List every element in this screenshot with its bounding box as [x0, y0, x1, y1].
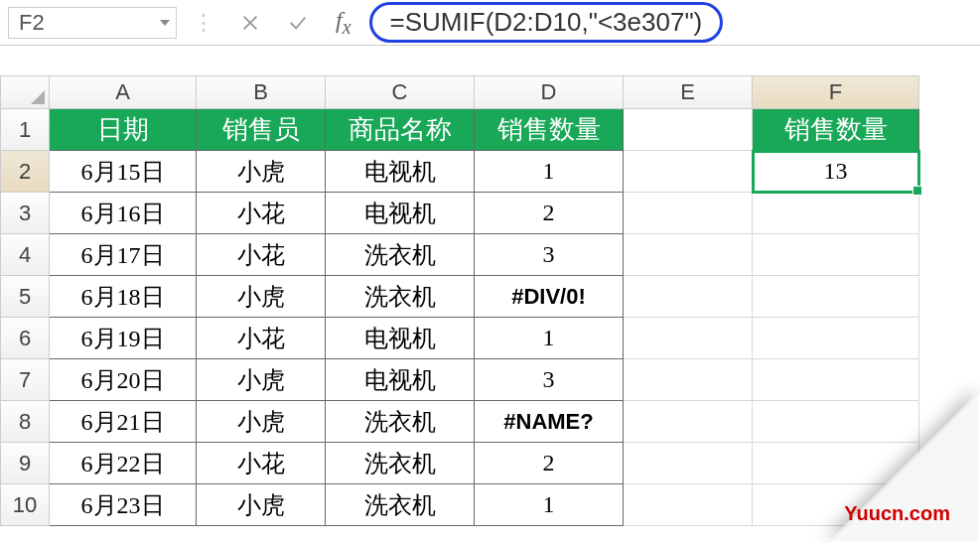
row-8: 8 6月21日 小虎 洗衣机 #NAME? — [0, 401, 980, 443]
cell-A8[interactable]: 6月21日 — [50, 401, 197, 443]
cell-A6[interactable]: 6月19日 — [50, 318, 197, 359]
cell-C9[interactable]: 洗衣机 — [326, 443, 475, 484]
row-7: 7 6月20日 小虎 电视机 3 — [0, 359, 980, 401]
cell-E4[interactable] — [624, 234, 753, 276]
cell-D1[interactable]: 销售数量 — [475, 109, 624, 151]
cell-C6[interactable]: 电视机 — [326, 318, 475, 359]
row-1: 1 日期 销售员 商品名称 销售数量 销售数量 — [0, 109, 980, 151]
cell-C4[interactable]: 洗衣机 — [326, 234, 475, 276]
name-box-value: F2 — [19, 10, 45, 36]
cell-B7[interactable]: 小虎 — [197, 359, 326, 401]
cell-B4[interactable]: 小花 — [197, 234, 326, 276]
select-all-corner[interactable] — [0, 75, 50, 109]
cell-D7[interactable]: 3 — [475, 359, 624, 401]
col-header-D[interactable]: D — [475, 75, 624, 109]
cell-D4[interactable]: 3 — [475, 234, 624, 276]
cell-A2[interactable]: 6月15日 — [50, 151, 197, 193]
row-5: 5 6月18日 小虎 洗衣机 #DIV/0! — [0, 276, 980, 318]
formula-bar: F2 ⋮ fx =SUMIF(D2:D10,"<3e307") — [0, 0, 980, 46]
row-header-5[interactable]: 5 — [0, 276, 50, 318]
cell-D8[interactable]: #NAME? — [475, 401, 624, 443]
row-header-6[interactable]: 6 — [0, 318, 50, 359]
formula-input[interactable]: =SUMIF(D2:D10,"<3e307") — [369, 2, 724, 43]
cell-F1[interactable]: 销售数量 — [753, 109, 919, 151]
cell-E6[interactable] — [624, 318, 753, 359]
cell-B3[interactable]: 小花 — [197, 193, 326, 234]
cell-A10[interactable]: 6月23日 — [50, 484, 197, 526]
cell-F8[interactable] — [753, 401, 919, 443]
cell-E7[interactable] — [624, 359, 753, 401]
row-header-7[interactable]: 7 — [0, 359, 50, 401]
cell-B9[interactable]: 小花 — [197, 443, 326, 484]
row-6: 6 6月19日 小花 电视机 1 — [0, 318, 980, 359]
cell-E8[interactable] — [624, 401, 753, 443]
confirm-button[interactable] — [278, 7, 318, 39]
cell-C2[interactable]: 电视机 — [326, 151, 475, 193]
col-header-E[interactable]: E — [624, 75, 753, 109]
cell-F7[interactable] — [753, 359, 919, 401]
cell-A4[interactable]: 6月17日 — [50, 234, 197, 276]
cell-B8[interactable]: 小虎 — [197, 401, 326, 443]
cell-C8[interactable]: 洗衣机 — [326, 401, 475, 443]
row-header-9[interactable]: 9 — [0, 443, 50, 484]
cell-C10[interactable]: 洗衣机 — [326, 484, 475, 526]
cell-D9[interactable]: 2 — [475, 443, 624, 484]
cell-E2[interactable] — [624, 151, 753, 193]
cell-E1[interactable] — [624, 109, 753, 151]
row-2: 2 6月15日 小虎 电视机 1 13 — [0, 151, 980, 193]
cell-D3[interactable]: 2 — [475, 193, 624, 234]
spreadsheet-grid: A B C D E F 1 日期 销售员 商品名称 销售数量 销售数量 2 6月… — [0, 75, 980, 526]
cell-B5[interactable]: 小虎 — [197, 276, 326, 318]
col-header-F[interactable]: F — [753, 75, 919, 109]
name-box[interactable]: F2 — [8, 7, 177, 39]
cell-F5[interactable] — [753, 276, 919, 318]
cell-A7[interactable]: 6月20日 — [50, 359, 197, 401]
cell-E5[interactable] — [624, 276, 753, 318]
cancel-button[interactable] — [230, 7, 270, 39]
formula-text: =SUMIF(D2:D10,"<3e307") — [390, 7, 703, 37]
cell-A5[interactable]: 6月18日 — [50, 276, 197, 318]
grid-rows: 1 日期 销售员 商品名称 销售数量 销售数量 2 6月15日 小虎 电视机 1… — [0, 109, 980, 526]
cell-F2[interactable]: 13 — [753, 151, 919, 193]
row-header-4[interactable]: 4 — [0, 234, 50, 276]
cell-F9[interactable] — [753, 443, 919, 484]
cell-A1[interactable]: 日期 — [50, 109, 197, 151]
col-header-A[interactable]: A — [50, 75, 197, 109]
col-header-C[interactable]: C — [326, 75, 475, 109]
cell-D2[interactable]: 1 — [475, 151, 624, 193]
cell-B1[interactable]: 销售员 — [197, 109, 326, 151]
cell-D5[interactable]: #DIV/0! — [475, 276, 624, 318]
cell-D10[interactable]: 1 — [475, 484, 624, 526]
row-header-10[interactable]: 10 — [0, 484, 50, 526]
fx-icon[interactable]: fx — [326, 7, 361, 39]
cell-A9[interactable]: 6月22日 — [50, 443, 197, 484]
cell-C5[interactable]: 洗衣机 — [326, 276, 475, 318]
cell-D6[interactable]: 1 — [475, 318, 624, 359]
cell-A3[interactable]: 6月16日 — [50, 193, 197, 234]
cell-B6[interactable]: 小花 — [197, 318, 326, 359]
cell-F3[interactable] — [753, 193, 919, 234]
x-icon — [239, 12, 261, 34]
dropdown-icon[interactable] — [160, 20, 170, 26]
cell-C3[interactable]: 电视机 — [326, 193, 475, 234]
column-headers: A B C D E F — [0, 75, 980, 109]
cell-B10[interactable]: 小虎 — [197, 484, 326, 526]
row-4: 4 6月17日 小花 洗衣机 3 — [0, 234, 980, 276]
row-header-1[interactable]: 1 — [0, 109, 50, 151]
cell-F6[interactable] — [753, 318, 919, 359]
cell-E10[interactable] — [624, 484, 753, 526]
row-9: 9 6月22日 小花 洗衣机 2 — [0, 443, 980, 484]
cell-E3[interactable] — [624, 193, 753, 234]
row-header-2[interactable]: 2 — [0, 151, 50, 193]
row-3: 3 6月16日 小花 电视机 2 — [0, 193, 980, 234]
watermark: Yuucn.com — [844, 502, 950, 525]
cell-F4[interactable] — [753, 234, 919, 276]
row-header-3[interactable]: 3 — [0, 193, 50, 234]
row-10: 10 6月23日 小虎 洗衣机 1 — [0, 484, 980, 526]
row-header-8[interactable]: 8 — [0, 401, 50, 443]
col-header-B[interactable]: B — [197, 75, 326, 109]
cell-C1[interactable]: 商品名称 — [326, 109, 475, 151]
cell-E9[interactable] — [624, 443, 753, 484]
cell-C7[interactable]: 电视机 — [326, 359, 475, 401]
cell-B2[interactable]: 小虎 — [197, 151, 326, 193]
